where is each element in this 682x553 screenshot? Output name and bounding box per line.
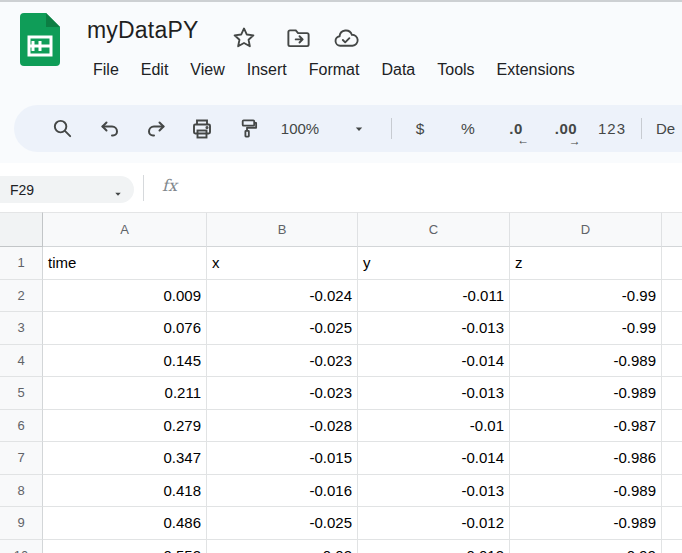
name-box-caret-down-icon [112,186,124,204]
cell[interactable]: -0.025 [207,507,358,540]
cell[interactable]: 0.211 [43,377,207,410]
cell[interactable]: time [43,247,207,280]
document-title[interactable]: myDataPY [87,17,199,44]
number-format-button[interactable]: 123 [592,105,632,152]
row-header-7[interactable]: 7 [0,442,43,475]
cell[interactable]: -0.989 [510,345,662,378]
font-selector[interactable]: De [656,105,682,152]
increase-decimal-button[interactable]: .00→ [543,105,589,152]
cell[interactable]: -0.013 [358,475,510,508]
paint-format-icon[interactable] [227,105,267,152]
cell[interactable] [662,442,682,475]
row-header-9[interactable]: 9 [0,507,43,540]
menu-edit[interactable]: Edit [130,57,180,83]
cell[interactable]: 0.279 [43,410,207,443]
column-header-clipped[interactable] [662,212,682,247]
cell[interactable]: -0.986 [510,442,662,475]
cell[interactable] [662,247,682,280]
search-icon[interactable] [44,105,80,152]
cell[interactable]: -0.989 [510,507,662,540]
cell[interactable]: -0.013 [358,377,510,410]
cell[interactable] [662,507,682,540]
cell[interactable]: -0.011 [358,280,510,313]
print-icon[interactable] [182,105,222,152]
select-all-corner[interactable] [0,212,43,247]
cell[interactable]: -0.023 [207,345,358,378]
column-header-A[interactable]: A [43,212,207,247]
cell[interactable]: -0.02 [207,540,358,553]
row-header-8[interactable]: 8 [0,475,43,508]
move-to-folder-icon[interactable] [284,24,312,52]
cell[interactable]: -0.012 [358,540,510,553]
undo-icon[interactable] [90,105,130,152]
cell[interactable]: -0.012 [358,507,510,540]
redo-icon[interactable] [136,105,176,152]
cell[interactable]: -0.99 [510,540,662,553]
cell[interactable]: 0.552 [43,540,207,553]
row-header-10[interactable]: 10 [0,540,43,553]
cell[interactable]: -0.987 [510,410,662,443]
menu-view[interactable]: View [179,57,235,83]
column-header-B[interactable]: B [207,212,358,247]
row-header-2[interactable]: 2 [0,280,43,313]
cell[interactable]: -0.989 [510,475,662,508]
menu-tools[interactable]: Tools [426,57,485,83]
column-header-C[interactable]: C [358,212,510,247]
row-header-1[interactable]: 1 [0,247,43,280]
cell[interactable]: -0.015 [207,442,358,475]
cell[interactable]: 0.145 [43,345,207,378]
cell[interactable] [662,345,682,378]
cell[interactable]: -0.024 [207,280,358,313]
row-header-5[interactable]: 5 [0,377,43,410]
formula-input[interactable] [192,173,672,203]
cell[interactable]: -0.99 [510,280,662,313]
cell[interactable]: y [358,247,510,280]
cell[interactable]: -0.025 [207,312,358,345]
menu-format[interactable]: Format [298,57,371,83]
cell[interactable]: z [510,247,662,280]
zoom-caret-down-icon[interactable] [346,105,372,152]
arrow-right-icon: → [569,135,582,147]
cell[interactable]: -0.014 [358,442,510,475]
cell[interactable] [662,410,682,443]
cell[interactable] [662,312,682,345]
cloud-saved-icon[interactable] [332,24,360,52]
name-box[interactable]: F29 [0,176,134,203]
toolbar-divider [641,118,642,139]
menu-extensions[interactable]: Extensions [486,57,586,83]
menu-file[interactable]: File [82,57,130,83]
name-box-value: F29 [10,182,34,198]
cell[interactable]: 0.486 [43,507,207,540]
row-header-4[interactable]: 4 [0,345,43,378]
cell[interactable]: -0.014 [358,345,510,378]
cell[interactable]: -0.028 [207,410,358,443]
google-sheets-logo-icon[interactable] [20,13,60,66]
menu-data[interactable]: Data [370,57,426,83]
cell[interactable]: -0.01 [358,410,510,443]
column-header-D[interactable]: D [510,212,662,247]
cell[interactable]: -0.99 [510,312,662,345]
cell[interactable]: x [207,247,358,280]
row-header-6[interactable]: 6 [0,410,43,443]
star-icon[interactable] [230,24,258,52]
cell[interactable]: -0.989 [510,377,662,410]
row-header-3[interactable]: 3 [0,312,43,345]
percent-format-button[interactable]: % [450,105,486,152]
formula-bar: F29 fx [0,163,682,212]
cell[interactable]: 0.009 [43,280,207,313]
cell[interactable] [662,280,682,313]
cell[interactable]: -0.016 [207,475,358,508]
currency-format-button[interactable]: $ [402,105,438,152]
menu-insert[interactable]: Insert [236,57,298,83]
cell[interactable]: -0.013 [358,312,510,345]
cell[interactable] [662,377,682,410]
cell[interactable]: 0.418 [43,475,207,508]
cell[interactable]: 0.347 [43,442,207,475]
toolbar-divider [391,118,392,139]
cell[interactable] [662,540,682,553]
decrease-decimal-button[interactable]: .0← [496,105,536,152]
cell[interactable]: -0.023 [207,377,358,410]
cell[interactable]: 0.076 [43,312,207,345]
cell[interactable] [662,475,682,508]
zoom-level[interactable]: 100% [269,105,331,152]
